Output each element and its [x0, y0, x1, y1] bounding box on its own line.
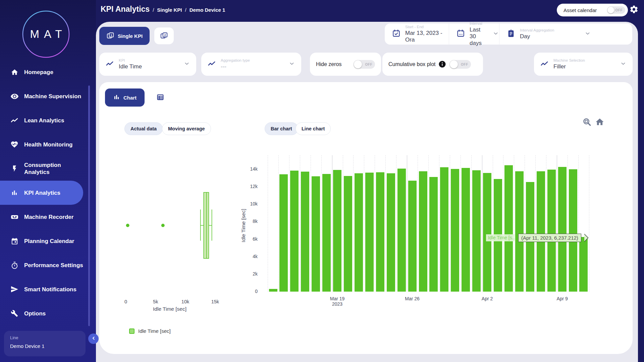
sidebar-item-consumption-analytics[interactable]: Consumption Analytics [0, 157, 96, 181]
line-chart-chip[interactable]: Line chart [296, 122, 331, 135]
sidebar-scrollbar[interactable] [88, 85, 90, 326]
tooltip-arrow [584, 234, 589, 242]
gridline-day [385, 155, 386, 292]
machine-trend-icon [540, 59, 549, 69]
sidebar-item-smart-notifications[interactable]: Smart Notifications [0, 277, 96, 301]
bar-apr-11[interactable] [579, 237, 588, 292]
box-plot[interactable]: 05k10k15k [114, 153, 225, 320]
bar-mar-28[interactable] [429, 177, 438, 292]
bar-chart-plot[interactable] [266, 154, 590, 292]
gridline-week [557, 155, 557, 292]
sidebar-item-health-monitoring[interactable]: Health Monitoring [0, 132, 96, 157]
sidebar: MAT HomepageMachine SupervisionLean Anal… [0, 0, 96, 362]
gridline-day [396, 155, 396, 292]
single-kpi-label: Single KPI [118, 33, 143, 39]
sidebar-item-machine-recorder[interactable]: Machine Recorder [0, 205, 96, 229]
legend-label: Idle Time [sec] [138, 328, 171, 334]
bar-mar-23[interactable] [376, 172, 384, 292]
home-reset-icon[interactable] [595, 117, 605, 127]
aggregation-type-select[interactable]: Aggregation type --- [201, 53, 301, 76]
bar-apr-4[interactable] [504, 165, 513, 292]
bar-mar-22[interactable] [365, 173, 374, 292]
bar-mar-24[interactable] [387, 173, 395, 292]
clipboard-icon [507, 29, 515, 39]
multi-kpi-button[interactable]: 2 [154, 27, 174, 44]
kpi-label: KPI [119, 58, 179, 62]
send-icon [10, 285, 19, 293]
interval-aggregation-field[interactable]: Interval Aggregation Day [499, 23, 632, 45]
bar-chart-chip[interactable]: Bar chart [265, 122, 298, 135]
bar-mar-27[interactable] [419, 171, 427, 292]
legend-swatch [129, 328, 135, 334]
sidebar-item-machine-supervision[interactable]: Machine Supervision [0, 84, 96, 108]
moving-average-chip[interactable]: Moving average [162, 122, 211, 135]
bar-mar-29[interactable] [440, 167, 448, 292]
svg-text:10k: 10k [181, 299, 190, 304]
line-selector[interactable]: Line Demo Device 1 [4, 331, 86, 356]
asset-calendar-toggle[interactable]: OFF [607, 6, 625, 14]
hide-zeros-label: Hide zeros [316, 61, 354, 67]
bar-mar-17[interactable] [312, 176, 320, 292]
bar-apr-8[interactable] [547, 170, 556, 292]
actual-data-chip[interactable]: Actual data [124, 122, 163, 135]
bar-mar-14[interactable] [279, 174, 288, 292]
interval-field[interactable]: Interval Last 30 days [449, 23, 499, 45]
bar-apr-10[interactable] [569, 169, 577, 292]
gridline-week [482, 155, 482, 292]
breadcrumb-single-kpi[interactable]: Single KPI [157, 7, 182, 13]
gridline-day [268, 155, 268, 292]
bar-apr-5[interactable] [515, 171, 524, 292]
calendar-check-icon [392, 29, 400, 39]
cumulative-box-plot-toggle[interactable]: OFF [449, 60, 471, 69]
bar-mar-13[interactable] [269, 289, 277, 292]
svg-text:0: 0 [124, 299, 127, 304]
bar-apr-1[interactable] [472, 170, 481, 292]
bar-apr-2[interactable] [483, 173, 491, 292]
kpi-select[interactable]: KPI Idle Time [99, 53, 196, 76]
info-icon[interactable] [438, 60, 446, 68]
bar-mar-26[interactable] [408, 181, 417, 292]
cumulative-box-plot-label: Cumulative box plot [388, 61, 436, 67]
trend-icon [10, 116, 19, 124]
asset-calendar-pill[interactable]: Asset calendar OFF [557, 4, 628, 16]
sidebar-item-planning-calendar[interactable]: Planning Calendar [0, 229, 96, 253]
bar-apr-7[interactable] [537, 171, 545, 292]
interval-aggregation-label: Interval Aggregation [520, 28, 554, 32]
bar-mar-20[interactable] [344, 176, 352, 292]
bar-mar-18[interactable] [322, 174, 331, 292]
chevron-down-icon [492, 30, 499, 38]
line-selector-value: Demo Device 1 [10, 343, 79, 349]
gridline-day [343, 155, 343, 292]
breadcrumb-device[interactable]: Demo Device 1 [190, 7, 225, 13]
sidebar-item-performance-settings[interactable]: Performance Settings [0, 253, 96, 277]
bar-mar-25[interactable] [397, 169, 406, 292]
start-end-field[interactable]: Start - End Mar 13, 2023 - Ora [385, 23, 449, 45]
machine-selection-select[interactable]: Machine Selection Filler [534, 53, 633, 76]
sidebar-item-kpi-analytics[interactable]: KPI Analytics [0, 181, 83, 205]
sidebar-item-lean-analytics[interactable]: Lean Analytics [0, 108, 96, 132]
table-view-button[interactable] [153, 91, 168, 104]
chart-tab-button[interactable]: Chart [105, 88, 145, 107]
sidebar-collapse-button[interactable] [88, 334, 99, 344]
hide-zeros-toggle[interactable]: OFF [354, 60, 375, 69]
bar-mar-30[interactable] [451, 169, 459, 292]
multi-kpi-icon: 2 [160, 32, 168, 41]
sidebar-item-options[interactable]: Options [0, 301, 96, 325]
zoom-icon[interactable] [582, 117, 592, 127]
y-tick: 8k [237, 219, 258, 224]
bar-mar-16[interactable] [301, 172, 309, 292]
bar-mar-19[interactable] [333, 170, 341, 292]
toggle-state: OFF [365, 62, 373, 66]
y-tick: 14k [237, 166, 258, 172]
y-tick: 2k [237, 271, 258, 277]
legend-item[interactable]: Idle Time [sec] [129, 328, 171, 334]
sidebar-item-homepage[interactable]: Homepage [0, 60, 96, 84]
bar-mar-21[interactable] [355, 173, 363, 292]
chart-tab-label: Chart [123, 95, 137, 101]
gear-icon[interactable] [629, 5, 639, 14]
bar-mar-15[interactable] [290, 171, 299, 292]
bar-mar-31[interactable] [462, 168, 470, 292]
breadcrumb: KPI Analytics / Single KPI / Demo Device… [101, 5, 225, 14]
single-kpi-button[interactable]: 1 Single KPI [99, 27, 150, 45]
bar-apr-9[interactable] [558, 167, 567, 292]
